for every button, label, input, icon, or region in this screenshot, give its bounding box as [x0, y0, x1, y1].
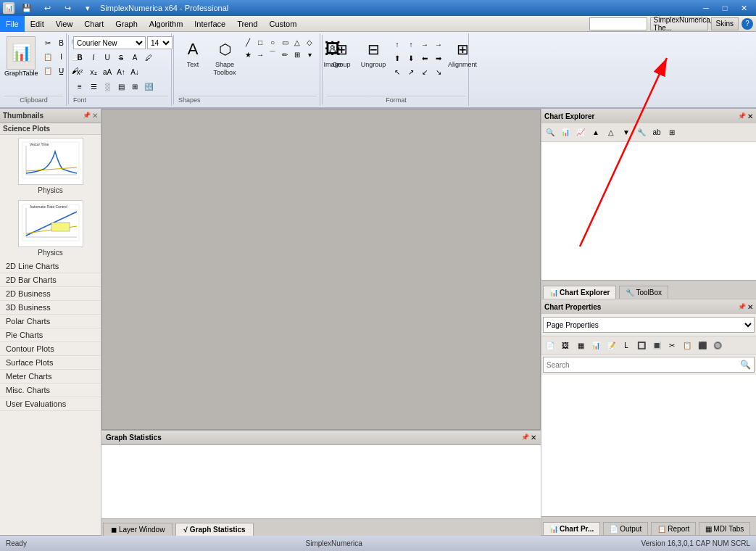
chart-explorer-tab[interactable]: 📊 Chart Explorer — [543, 286, 616, 299]
format-btn8[interactable]: ➡ — [432, 51, 445, 65]
pin-icon[interactable]: 📌 — [83, 112, 91, 120]
paste-btn[interactable]: 📋 — [41, 64, 54, 77]
shape-freeform[interactable]: ✏ — [279, 49, 291, 60]
text-btn[interactable]: A Text — [178, 36, 207, 70]
font-extra2-btn[interactable]: ▤ — [115, 80, 128, 93]
nav-meter[interactable]: Meter Charts — [0, 370, 101, 384]
ribbon-search-input[interactable] — [589, 17, 647, 30]
menu-edit[interactable]: Edit — [25, 16, 50, 32]
toolbox-tab[interactable]: 🔧 ToolBox — [619, 286, 668, 299]
ce-btn-6[interactable]: ▼ — [619, 126, 634, 139]
pt-btn-3[interactable]: ▦ — [573, 339, 588, 352]
theme-dropdown[interactable]: SimplexNumerica The...▾ — [650, 17, 708, 30]
font-extra4-btn[interactable]: 🔣 — [142, 80, 155, 93]
graph-stats-close[interactable]: ✕ — [531, 434, 536, 442]
search-input[interactable] — [547, 361, 740, 369]
mdi-tabs-tab[interactable]: ▦ MDI Tabs — [699, 522, 750, 535]
minimize-btn[interactable]: ─ — [697, 0, 715, 16]
pt-btn-2[interactable]: 🖼 — [558, 339, 573, 352]
font-extra1-btn[interactable]: ░ — [101, 80, 114, 93]
pt-btn-1[interactable]: 📄 — [543, 339, 557, 352]
menu-view[interactable]: View — [50, 16, 79, 32]
chart-pr-tab[interactable]: 📊 Chart Pr... — [543, 522, 600, 535]
format-btn4[interactable]: → — [432, 38, 445, 51]
pt-btn-7[interactable]: 🔲 — [634, 339, 649, 352]
maximize-btn[interactable]: □ — [715, 0, 734, 16]
quick-more-btn[interactable]: ▾ — [78, 0, 97, 16]
shape-arrow[interactable]: → — [254, 49, 266, 60]
skins-btn[interactable]: Skins — [711, 17, 739, 30]
thumb-item-physics2[interactable]: Automatic Rate Control Physics — [0, 197, 101, 260]
close-btn[interactable]: ✕ — [734, 0, 753, 16]
help-btn[interactable]: ? — [742, 18, 753, 30]
pt-btn-5[interactable]: 📝 — [604, 339, 618, 352]
nav-2d-line[interactable]: 2D Line Charts — [0, 260, 101, 273]
format-btn3[interactable]: → — [418, 38, 431, 51]
ungroup-btn[interactable]: ⊟ Ungroup — [359, 36, 388, 70]
sidebar-close-btn[interactable]: ✕ — [92, 112, 98, 120]
nav-user-eval[interactable]: User Evaluations — [0, 397, 101, 411]
ce-btn-5[interactable]: △ — [604, 126, 618, 139]
nav-misc[interactable]: Misc. Charts — [0, 384, 101, 397]
quick-undo-btn[interactable]: ↩ — [38, 0, 57, 16]
menu-trend[interactable]: Trend — [231, 16, 263, 32]
font-family-select[interactable]: Courier New — [73, 36, 146, 49]
shape-toolbox-btn[interactable]: ⬡ Shape Toolbox — [210, 36, 239, 78]
pt-btn-4[interactable]: 📊 — [589, 339, 603, 352]
shape-circle[interactable]: ○ — [267, 36, 278, 48]
pt-btn-6[interactable]: L — [619, 339, 634, 352]
highlight-btn[interactable]: 🖊 — [142, 51, 155, 64]
menu-file[interactable]: File — [0, 16, 25, 32]
format-btn2[interactable]: ↑ — [404, 38, 418, 51]
canvas-area[interactable] — [101, 109, 541, 430]
format-btn11[interactable]: ↙ — [418, 65, 431, 78]
ce-btn-2[interactable]: 📊 — [558, 126, 573, 139]
shape-triangle[interactable]: △ — [291, 36, 303, 48]
shape-diamond[interactable]: ◇ — [304, 36, 315, 48]
nav-pie[interactable]: Pie Charts — [0, 328, 101, 342]
superscript-btn[interactable]: x² — [73, 65, 86, 78]
menu-algorithm[interactable]: Algorithm — [144, 16, 188, 32]
font-shrink-btn[interactable]: A↓ — [128, 65, 141, 78]
format-btn6[interactable]: ⬇ — [404, 51, 418, 65]
menu-chart[interactable]: Chart — [78, 16, 109, 32]
copy-btn[interactable]: 📋 — [41, 50, 54, 63]
font-extra3-btn[interactable]: ⊞ — [128, 80, 141, 93]
nav-3d-business[interactable]: 3D Business — [0, 301, 101, 315]
cut-btn[interactable]: ✂ — [41, 36, 54, 49]
ce-btn-8[interactable]: ab — [649, 126, 664, 139]
ce-btn-1[interactable]: 🔍 — [543, 126, 557, 139]
italic-btn[interactable]: I — [87, 51, 100, 64]
underline-font-btn[interactable]: U — [101, 51, 114, 64]
chart-explorer-close[interactable]: ✕ — [747, 112, 753, 120]
ce-btn-9[interactable]: ⊞ — [665, 126, 679, 139]
shape-connector[interactable]: ⊞ — [291, 49, 303, 60]
quick-redo-btn[interactable]: ↪ — [58, 0, 77, 16]
format-btn1[interactable]: ↑ — [391, 38, 404, 51]
graph-statistics-tab[interactable]: √ Graph Statistics — [175, 523, 253, 536]
shape-rect[interactable]: □ — [254, 36, 266, 48]
nav-surface[interactable]: Surface Plots — [0, 356, 101, 370]
output-tab[interactable]: 📄 Output — [603, 522, 648, 535]
format-btn7[interactable]: ⬅ — [418, 51, 431, 65]
menu-graph[interactable]: Graph — [109, 16, 144, 32]
format-btn12[interactable]: ↘ — [432, 65, 445, 78]
pt-btn-10[interactable]: 📋 — [680, 339, 694, 352]
chart-props-close[interactable]: ✕ — [747, 303, 753, 311]
strikethrough-btn[interactable]: S̶ — [115, 51, 128, 64]
font-grow-btn[interactable]: A↑ — [115, 65, 128, 78]
shape-more[interactable]: ▾ — [304, 49, 315, 60]
pt-btn-12[interactable]: 🔘 — [710, 339, 725, 352]
shape-star[interactable]: ★ — [242, 49, 254, 60]
nav-2d-business[interactable]: 2D Business — [0, 287, 101, 301]
bold-clipboard-btn[interactable]: B — [55, 36, 68, 49]
pt-btn-8[interactable]: 🔳 — [649, 339, 664, 352]
pt-btn-11[interactable]: ⬛ — [695, 339, 710, 352]
format-btn5[interactable]: ⬆ — [391, 51, 404, 65]
graphtable-btn[interactable]: 📊 GraphTable — [4, 36, 38, 77]
subscript-btn[interactable]: x₂ — [87, 65, 100, 78]
shape-rounded-rect[interactable]: ▭ — [279, 36, 291, 48]
group-btn[interactable]: ⊞ Group — [327, 36, 356, 70]
pt-btn-9[interactable]: ✂ — [665, 339, 679, 352]
layer-window-tab[interactable]: ◼ Layer Window — [103, 523, 173, 536]
